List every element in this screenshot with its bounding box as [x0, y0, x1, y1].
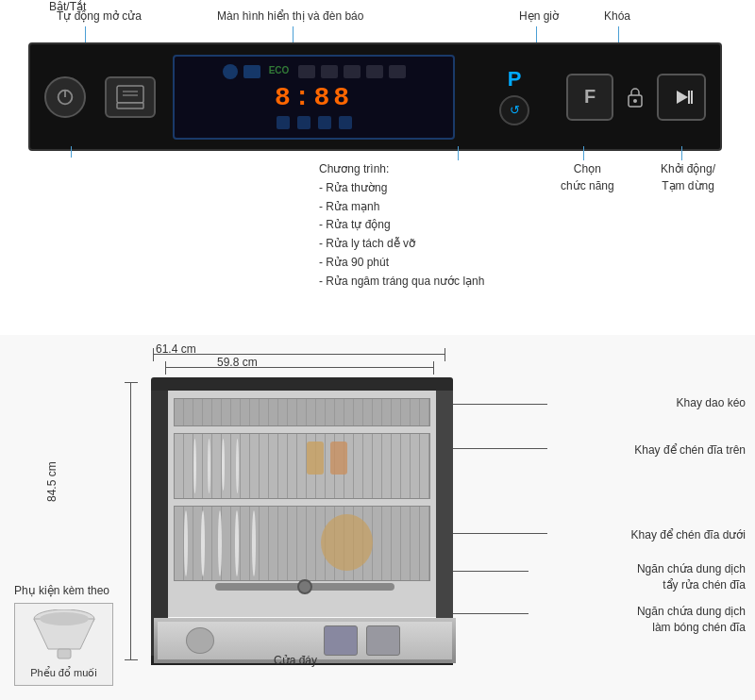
svg-point-7: [633, 99, 637, 103]
accessory-section: Phụ kiện kèm theo Phểu đổ muối: [14, 584, 113, 686]
detergent-dispenser-2: [324, 625, 358, 656]
svg-rect-3: [117, 103, 143, 108]
label-hen-gio: Hẹn giờ: [519, 9, 559, 23]
connector-chon: [583, 146, 584, 160]
dim-tick-height-b: [125, 659, 138, 660]
dim-line-height: [130, 382, 131, 660]
svg-rect-10: [691, 91, 693, 104]
callout-line-ngan-tay: [453, 571, 528, 572]
svg-rect-13: [58, 649, 71, 658]
top-section: Tự động mở cửa Màn hình hiển thị và đèn …: [0, 0, 755, 340]
callout-cua-day: Cửa đáy: [274, 654, 317, 667]
dim-line-inner: [165, 367, 434, 368]
dim-line-outer: [153, 354, 445, 355]
lock-area: [627, 87, 644, 108]
dim-tick-outer-l: [153, 348, 154, 361]
display-icon-eco: ECO: [266, 65, 293, 78]
dim-tick-outer-r: [445, 348, 445, 361]
detergent-dispenser-1: [366, 625, 400, 656]
callout-line-ngan-lam-bong: [453, 613, 528, 614]
callout-line-khay-tren: [453, 448, 547, 449]
display-icon-7: [389, 65, 406, 78]
svg-rect-9: [688, 91, 690, 104]
cutlery-rack: [174, 398, 430, 426]
spray-arm-center: [297, 579, 312, 594]
label-chuong-trinh: Chương trình: - Rửa thường - Rửa mạnh - …: [319, 160, 484, 292]
display-icon-1: [223, 64, 238, 79]
display-digits: 8:88: [275, 83, 353, 112]
connector-bat-tat: [71, 146, 72, 158]
program-area: P ↺: [472, 69, 557, 125]
label-khoi-dong: Khởi động/Tạm dừng: [661, 160, 715, 194]
connector-khoi-dong: [681, 146, 682, 160]
disp-icon-sm-4: [339, 116, 352, 129]
disp-icon-sm-2: [297, 116, 310, 129]
label-khoa: Khóa: [604, 9, 630, 23]
power-button[interactable]: [44, 76, 86, 118]
dim-tick-height-t: [125, 382, 138, 383]
accessory-item: Phểu đổ muối: [14, 603, 113, 686]
accessory-name-label: Phểu đổ muối: [21, 667, 107, 679]
prog-cycle-button[interactable]: ↺: [499, 95, 529, 125]
display-icon-6: [366, 65, 383, 78]
svg-marker-8: [677, 91, 688, 104]
callout-khay-dao-keo: Khay dao kéo: [677, 396, 746, 409]
display-icon-3: [298, 65, 315, 78]
display-icons-bottom: [277, 116, 352, 129]
dim-label-height: 84.5 cm: [45, 461, 59, 502]
label-chon-chuc-nang: Chọnchức năng: [561, 160, 614, 194]
bottom-section: 61.4 cm 59.8 cm 84.5 cm: [0, 335, 755, 700]
program-p-label: P: [508, 69, 522, 90]
prog-btn-row: ↺: [499, 95, 529, 125]
dw-inner-chamber: [168, 391, 436, 617]
connector-man-hinh: [293, 26, 294, 43]
svg-rect-2: [117, 86, 143, 103]
disp-icon-sm-3: [318, 116, 331, 129]
page-wrapper: Tự động mở cửa Màn hình hiển thị và đèn …: [0, 0, 755, 700]
upper-dish-rack: [174, 433, 430, 499]
salt-funnel-area: [186, 627, 214, 654]
connector-khoa: [618, 26, 619, 43]
connector-hen-gio: [536, 26, 537, 43]
callout-ngan-lam-bong: Ngăn chứa dung dịchlàm bóng chén đĩa: [637, 604, 746, 636]
label-man-hinh: Màn hình hiển thị và đèn báo: [217, 9, 363, 23]
drawer-button[interactable]: [105, 76, 156, 118]
display-icon-2: [243, 65, 260, 78]
label-bat-tat: Bật/Tắt: [49, 0, 86, 13]
callout-line-khay-dao: [453, 404, 547, 405]
panel-display: ECO 8:88: [173, 55, 455, 140]
funnel-svg: [31, 609, 97, 661]
display-icon-5: [344, 65, 361, 78]
connector-tu-dong: [85, 26, 86, 43]
svg-point-12: [40, 612, 89, 625]
display-icon-4: [321, 65, 338, 78]
disp-icon-sm-1: [277, 116, 290, 129]
lock-icon: [627, 87, 644, 108]
dw-top-bar: [151, 377, 453, 391]
dim-tick-inner-l: [165, 361, 166, 375]
callout-ngan-tay-rua: Ngăn chứa dung dịchtẩy rửa chén đĩa: [637, 561, 746, 593]
dim-tick-inner-r: [433, 361, 434, 375]
accessory-title-label: Phụ kiện kèm theo: [14, 584, 113, 597]
callout-line-khay-duoi: [453, 533, 547, 534]
callout-khay-tren: Khay để chén đĩa trên: [634, 443, 746, 457]
start-pause-button[interactable]: [657, 74, 706, 121]
control-panel: ECO 8:88 P ↺: [28, 42, 722, 151]
connector-chuong-trinh: [458, 146, 459, 160]
f-button[interactable]: F: [566, 74, 613, 121]
lower-dish-rack: [174, 506, 430, 581]
callout-khay-duoi: Khay để chén đĩa dưới: [631, 528, 746, 542]
display-icons-top: ECO: [223, 64, 406, 79]
